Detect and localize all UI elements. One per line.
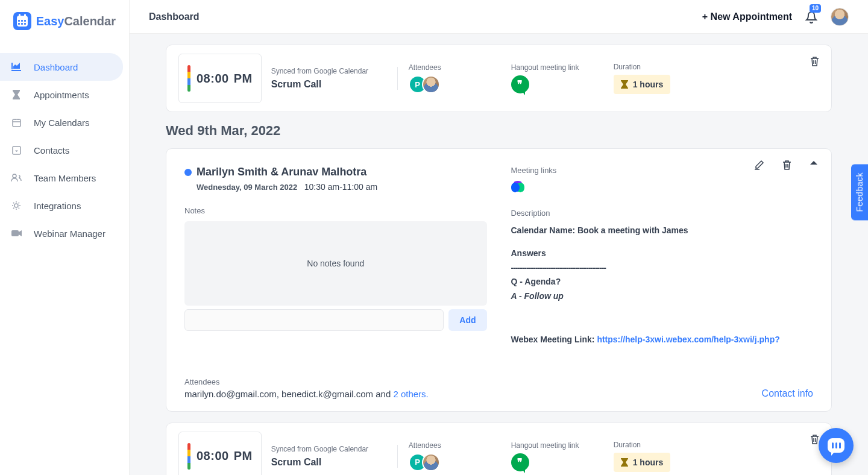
sidebar-label: Team Members	[34, 173, 96, 183]
synced-label: Synced from Google Calendar	[271, 67, 380, 75]
trash-icon	[782, 160, 791, 170]
notes-label: Notes	[184, 206, 487, 215]
svg-rect-0	[13, 119, 20, 127]
date-heading-wed: Wed 9th Mar, 2022	[166, 123, 832, 139]
others-link[interactable]: 2 others.	[393, 389, 428, 399]
attendees-list: marilyn.do@gmail.com, benedict.k@gmail.c…	[184, 389, 429, 399]
contact-info-link[interactable]: Contact info	[762, 388, 813, 399]
new-appointment-button[interactable]: + New Appointment	[702, 11, 792, 22]
event-card-compact[interactable]: 08:00PM Synced from Google Calendar Scru…	[166, 45, 832, 112]
contact-icon	[11, 145, 22, 156]
logo-text: EasyCalendar	[36, 14, 116, 28]
main-content: 08:00PM Synced from Google Calendar Scru…	[130, 34, 868, 475]
sidebar: EasyCalendar Dashboard Appointments My C…	[0, 0, 130, 475]
event-time: 08:00PM	[197, 72, 253, 86]
notes-input[interactable]	[184, 309, 444, 331]
duration-label: Duration	[614, 63, 671, 71]
sidebar-item-appointments[interactable]: Appointments	[0, 81, 123, 109]
trash-icon	[810, 434, 819, 444]
notes-empty-state: No notes found	[184, 221, 487, 306]
hangout-label: Hangout meeting link	[511, 441, 592, 450]
attendees-label: Attendees	[409, 63, 489, 72]
duration-badge: 1 hours	[614, 453, 671, 472]
delete-button[interactable]	[810, 56, 819, 66]
attendees-footer-label: Attendees	[184, 377, 429, 386]
calendar-icon	[11, 117, 22, 128]
meeting-title: Marilyn Smith & Arunav Malhotra	[184, 166, 487, 178]
attendee-avatar-photo[interactable]	[422, 75, 440, 93]
hangouts-icon[interactable]: ❞	[511, 453, 529, 471]
notifications-button[interactable]: 10	[805, 10, 817, 24]
event-card-expanded: Marilyn Smith & Arunav Malhotra Wednesda…	[166, 148, 832, 412]
sidebar-label: Dashboard	[34, 62, 78, 72]
description-label: Description	[511, 209, 814, 218]
event-time-block: 08:00PM	[178, 54, 262, 103]
delete-button[interactable]	[782, 160, 791, 170]
duration-badge: 1 hours	[614, 75, 671, 94]
google-color-strip	[187, 443, 190, 470]
description-body: Calendar Name: Book a meeting with James…	[511, 224, 814, 347]
sidebar-label: Integrations	[34, 201, 81, 211]
sidebar-item-contacts[interactable]: Contacts	[0, 136, 123, 164]
webex-link[interactable]: https://help-3xwi.webex.com/help-3xwi/j.…	[597, 335, 779, 344]
webex-icon[interactable]	[511, 181, 524, 194]
sidebar-label: Webinar Manager	[34, 228, 105, 239]
status-dot	[184, 169, 192, 176]
notification-badge: 10	[810, 4, 821, 13]
attendee-avatars: P	[409, 453, 489, 471]
logo-mark	[13, 12, 31, 30]
attendees-label: Attendees	[409, 441, 489, 450]
attendee-avatars: P	[409, 75, 489, 93]
hourglass-icon	[621, 458, 628, 467]
users-icon	[11, 172, 22, 183]
gear-icon	[11, 200, 22, 211]
sidebar-item-team-members[interactable]: Team Members	[0, 164, 123, 192]
sidebar-item-integrations[interactable]: Integrations	[0, 192, 123, 219]
sidebar-label: Contacts	[34, 145, 69, 156]
google-color-strip	[187, 65, 190, 92]
delete-button[interactable]	[810, 434, 819, 444]
page-title: Dashboard	[149, 11, 200, 22]
trash-icon	[810, 56, 819, 66]
attendee-avatar-photo[interactable]	[422, 453, 440, 471]
sidebar-label: My Calendars	[34, 118, 90, 128]
duration-label: Duration	[614, 441, 671, 449]
event-card-compact[interactable]: 08:00PM Synced from Google Calendar Scru…	[166, 423, 832, 475]
user-avatar[interactable]	[831, 8, 849, 26]
sidebar-item-my-calendars[interactable]: My Calendars	[0, 109, 123, 136]
chat-fab[interactable]	[819, 428, 854, 463]
feedback-tab[interactable]: Feedback	[851, 164, 868, 220]
video-icon	[11, 228, 22, 239]
hangouts-icon[interactable]: ❞	[511, 75, 529, 93]
header: Dashboard + New Appointment 10	[130, 0, 868, 34]
sidebar-item-dashboard[interactable]: Dashboard	[0, 53, 123, 81]
hourglass-icon	[621, 80, 628, 89]
event-title: Scrum Call	[271, 79, 380, 90]
chart-area-icon	[11, 61, 22, 72]
synced-label: Synced from Google Calendar	[271, 445, 380, 453]
svg-rect-4	[11, 230, 19, 236]
event-time: 08:00PM	[197, 449, 253, 463]
event-title: Scrum Call	[271, 457, 380, 468]
hourglass-icon	[11, 89, 22, 100]
collapse-button[interactable]	[810, 160, 818, 170]
sidebar-item-webinar-manager[interactable]: Webinar Manager	[0, 219, 123, 247]
event-time-block: 08:00PM	[178, 432, 262, 475]
sidebar-nav: Dashboard Appointments My Calendars Cont…	[0, 53, 129, 247]
app-logo[interactable]: EasyCalendar	[0, 0, 129, 42]
add-note-button[interactable]: Add	[448, 309, 486, 331]
meeting-datetime: Wednesday, 09 March 2022 10:30 am-11:00 …	[197, 182, 487, 192]
svg-point-3	[14, 204, 18, 207]
edit-button[interactable]	[754, 160, 764, 170]
chevron-up-icon	[810, 160, 818, 166]
chat-icon	[828, 438, 844, 453]
edit-icon	[754, 160, 764, 170]
svg-point-2	[13, 174, 16, 178]
hangout-label: Hangout meeting link	[511, 63, 592, 72]
sidebar-label: Appointments	[34, 90, 89, 100]
